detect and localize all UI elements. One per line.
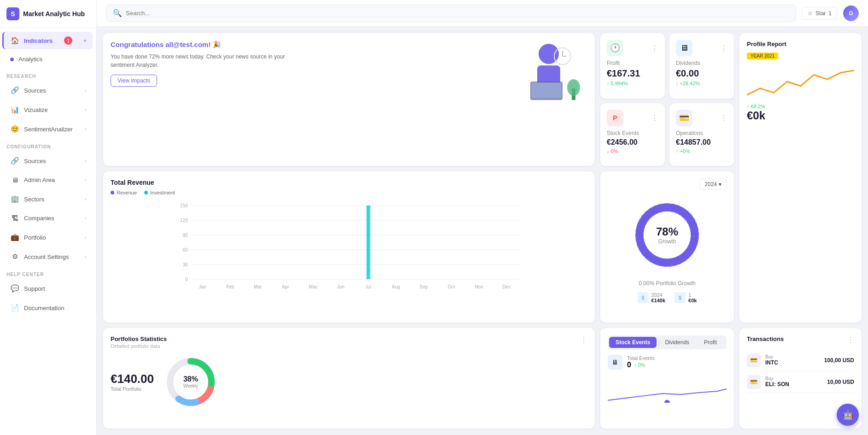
operations-value: €14857.00	[676, 138, 727, 147]
sidebar-label-indicators: Indicators	[24, 37, 53, 44]
donut-center: 78% Growth	[656, 225, 678, 245]
chevron-icon: ›	[85, 216, 86, 221]
operations-change: ↑ +0%	[676, 148, 727, 154]
portfolios-subtitle: Detailed portfolio data	[111, 343, 167, 349]
sidebar-label-support: Support	[24, 285, 45, 292]
svg-text:60: 60	[182, 247, 188, 253]
tx-name-intc: INTC	[765, 359, 820, 366]
pstat-2024: $ 2024 €140k	[638, 292, 666, 303]
profile-report-title: Profile Report	[747, 41, 854, 47]
tx-amount-intc: 100,00 USD	[824, 357, 854, 364]
donut-percent: 78%	[656, 225, 678, 238]
sidebar-item-sources-research[interactable]: 🔗 Sources ›	[4, 82, 93, 99]
tx-info-intc: Buy INTC	[765, 354, 820, 366]
tx-type-intc: Buy	[765, 354, 820, 359]
year-selector[interactable]: 2024 ▾	[699, 179, 727, 190]
svg-text:May: May	[309, 284, 317, 289]
legend-revenue: Revenue	[111, 190, 137, 195]
profit-menu[interactable]: ⋮	[651, 44, 658, 53]
stock-label: Stock Events	[607, 130, 658, 136]
total-events-value: 0	[627, 361, 631, 369]
donut-container: 78% Growth	[630, 198, 704, 272]
building-icon: 🏢	[10, 195, 19, 203]
main-area: 🔍 ☆ Star 1 G Congratulations all@test.co…	[97, 0, 868, 435]
user-avatar[interactable]: G	[843, 6, 859, 21]
transactions-menu[interactable]: ⋮	[847, 335, 854, 344]
sidebar-item-indicators[interactable]: 🏠 Indicators 1 ▾	[2, 32, 93, 49]
doc-icon: 📄	[10, 304, 19, 312]
sidebar-label-sectors: Sectors	[24, 196, 44, 203]
portfolios-stats-card: Portfolios Statistics Detailed portfolio…	[103, 328, 595, 429]
view-impacts-button[interactable]: View Impacts	[111, 75, 157, 87]
chevron-icon: ›	[85, 197, 86, 202]
svg-text:0: 0	[185, 277, 188, 282]
sidebar-label-sources-config: Sources	[24, 158, 46, 165]
sidebar-label-vizualize: Vizualize	[24, 106, 48, 113]
operations-menu[interactable]: ⋮	[720, 113, 727, 122]
pstat-info-1: 1 €0k	[688, 292, 697, 303]
sidebar-item-sources-config[interactable]: 🔗 Sources ›	[4, 152, 93, 170]
fab-button[interactable]: 🤖	[837, 404, 859, 426]
operations-icon: 💳	[676, 110, 692, 126]
tab-stock-events[interactable]: Stock Events	[609, 337, 657, 348]
portfolio-donut-label: 38% Weekly	[183, 375, 199, 388]
sidebar-item-sectors[interactable]: 🏢 Sectors ›	[4, 190, 93, 208]
donut-label: Growth	[656, 238, 678, 245]
pstat-icon-1: $	[674, 292, 686, 303]
transactions-title: Transactions	[747, 335, 784, 342]
pstat-icon-2024: $	[638, 292, 649, 303]
tab-profit[interactable]: Profit	[698, 337, 723, 348]
chat-icon: 💬	[10, 284, 19, 293]
pstat-year-1: 1	[688, 292, 697, 298]
dividends-label: Dividends	[676, 60, 727, 66]
svg-point-42	[664, 400, 670, 402]
pstat-info-2024: 2024 €140k	[651, 292, 666, 303]
star-label: Star	[815, 10, 826, 17]
sidebar-item-companies[interactable]: 🏗 Companies ›	[4, 210, 93, 227]
stock-change: ↓ 0%	[607, 148, 658, 154]
portfolios-menu[interactable]: ⋮	[580, 335, 587, 344]
logo: S Market Analytic Hub	[0, 0, 96, 28]
stock-menu[interactable]: ⋮	[651, 113, 658, 122]
search-box[interactable]: 🔍	[106, 5, 796, 22]
stock-events-mini-chart	[608, 375, 727, 403]
chevron-icon: ›	[85, 235, 86, 240]
legend-investment: Investment	[144, 190, 175, 195]
portfolio-total-value: €140.00	[111, 372, 154, 386]
sidebar-item-analytics[interactable]: Analytics	[4, 51, 93, 67]
star-button[interactable]: ☆ Star 1	[802, 7, 838, 20]
tx-amount-eli: 10,00 USD	[827, 379, 854, 385]
briefcase-icon: 💼	[10, 233, 19, 241]
svg-text:Aug: Aug	[392, 284, 400, 289]
sidebar-item-documentation[interactable]: 📄 Documentation	[4, 299, 93, 317]
transaction-item-intc: 💳 Buy INTC 100,00 USD	[747, 350, 854, 371]
search-icon: 🔍	[113, 9, 122, 18]
section-help: HELP CENTER	[0, 266, 96, 279]
link-icon: 🔗	[10, 86, 19, 94]
svg-text:Apr: Apr	[282, 284, 289, 289]
svg-text:Jun: Jun	[337, 284, 344, 289]
sidebar-item-admin[interactable]: 🖥 Admin Area ›	[4, 171, 93, 188]
sidebar-item-account-settings[interactable]: ⚙ Account Settings ›	[4, 248, 93, 265]
svg-rect-3	[531, 82, 562, 98]
sidebar-item-portfolio[interactable]: 💼 Portfolio ›	[4, 229, 93, 246]
section-research: RESEARCH	[0, 68, 96, 81]
sidebar-item-vizualize[interactable]: 📊 Vizualize ›	[4, 101, 93, 118]
stat-card-profit: 🕐 ⋮ Profit €167.31 ↑ 0.994%	[600, 33, 665, 99]
factory-icon: 🏗	[10, 214, 19, 222]
tab-dividends[interactable]: Dividends	[658, 337, 696, 348]
investment-legend-label: Investment	[150, 190, 175, 195]
operations-label: Operations	[676, 130, 727, 136]
portfolio-donut: 38% Weekly	[163, 354, 218, 410]
events-val-row: 0 ↑ 0%	[627, 361, 655, 369]
search-input[interactable]	[126, 10, 789, 17]
stat-cards-grid: 🕐 ⋮ Profit €167.31 ↑ 0.994% 🖥 ⋮ Dividend…	[600, 33, 734, 166]
sidebar-item-sentiment[interactable]: 😊 SentimentAnalizer ›	[4, 120, 93, 138]
dividends-change: ↑ +28.42%	[676, 81, 727, 86]
star-icon: ☆	[808, 10, 813, 17]
sidebar-item-support[interactable]: 💬 Support	[4, 280, 93, 297]
dividends-menu[interactable]: ⋮	[720, 44, 727, 53]
year-chevron: ▾	[719, 181, 721, 188]
svg-text:Sep: Sep	[420, 284, 428, 289]
tx-name-eli: ELI: SON	[765, 381, 822, 388]
